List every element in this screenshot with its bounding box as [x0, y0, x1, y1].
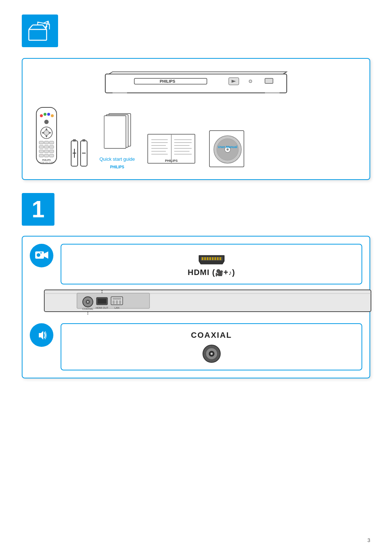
svg-rect-33 — [39, 150, 44, 153]
device-row: PHILIPS — [30, 67, 362, 98]
coaxial-label: COAXIAL — [191, 331, 232, 340]
svg-rect-27 — [39, 141, 44, 144]
accessories-row: PHILIPS BLU-RAY DISC PLAYER — [30, 106, 362, 171]
svg-rect-81 — [209, 257, 211, 260]
hdmi-label: HDMI (🎥+♪) — [188, 268, 235, 277]
svg-rect-42 — [73, 139, 76, 141]
svg-rect-99 — [116, 300, 118, 304]
disc-container: User Manual — [208, 127, 248, 171]
svg-rect-30 — [39, 145, 44, 148]
svg-point-19 — [51, 114, 54, 117]
svg-rect-46 — [82, 139, 85, 141]
svg-text:PHILIPS: PHILIPS — [160, 79, 175, 83]
svg-marker-74 — [44, 251, 48, 259]
svg-rect-85 — [220, 257, 221, 260]
svg-rect-97 — [113, 298, 121, 300]
svg-point-75 — [37, 253, 40, 257]
svg-text:COAXIAL: COAXIAL — [82, 308, 93, 310]
step-number-box: 1 — [22, 193, 54, 226]
unbox-icon — [22, 15, 58, 47]
page-number: 3 — [367, 537, 370, 543]
svg-rect-11 — [265, 78, 273, 83]
svg-text:PHILIPS: PHILIPS — [42, 159, 50, 161]
svg-rect-37 — [44, 154, 49, 157]
svg-rect-100 — [119, 300, 121, 304]
svg-text:LAN: LAN — [114, 307, 119, 309]
svg-point-18 — [47, 113, 50, 116]
svg-rect-31 — [44, 145, 49, 148]
svg-rect-50 — [104, 116, 126, 148]
hdmi-callout-box: HDMI (🎥+♪) — [61, 244, 362, 284]
qsg-container: Quick start guide PHILIPS — [99, 112, 135, 171]
box-contents-section: PHILIPS — [22, 58, 370, 180]
user-manual-container: PHILIPS — [146, 127, 197, 171]
batteries-drawing — [70, 138, 89, 171]
svg-point-108 — [211, 353, 213, 355]
svg-rect-98 — [113, 300, 115, 304]
svg-point-20 — [44, 120, 49, 124]
svg-rect-82 — [212, 257, 213, 260]
svg-rect-38 — [49, 154, 54, 157]
svg-rect-34 — [44, 150, 49, 153]
svg-line-1 — [29, 25, 33, 29]
svg-rect-32 — [49, 145, 54, 148]
device-back-panel: COAXIAL HDMI OUT LAN — [41, 288, 375, 315]
svg-text:BLU-RAY DISC PLAYER: BLU-RAY DISC PLAYER — [38, 161, 54, 163]
coaxial-callout-box: COAXIAL — [61, 323, 362, 370]
svg-rect-28 — [44, 141, 49, 144]
svg-text:HDMI OUT: HDMI OUT — [96, 307, 109, 309]
svg-rect-78 — [202, 257, 203, 260]
svg-rect-84 — [217, 257, 219, 260]
video-icon-circle — [30, 244, 53, 267]
page-container: PHILIPS — [0, 0, 392, 554]
svg-rect-77 — [201, 257, 222, 260]
remote-control-drawing: PHILIPS BLU-RAY DISC PLAYER — [33, 106, 60, 171]
svg-rect-83 — [215, 257, 216, 260]
svg-point-22 — [44, 130, 49, 135]
svg-point-12 — [249, 80, 252, 83]
qsg-text: Quick start guide PHILIPS — [99, 155, 135, 171]
svg-point-91 — [87, 301, 89, 303]
svg-point-16 — [40, 114, 43, 117]
audio-icon-circle — [30, 323, 53, 347]
step-number: 1 — [32, 198, 45, 221]
svg-rect-80 — [207, 257, 208, 260]
svg-rect-29 — [49, 141, 54, 144]
svg-rect-79 — [204, 257, 206, 260]
svg-rect-35 — [49, 150, 54, 153]
svg-point-17 — [44, 113, 46, 116]
svg-text:PHILIPS: PHILIPS — [165, 159, 177, 163]
svg-point-76 — [40, 252, 42, 254]
svg-rect-36 — [39, 154, 44, 157]
svg-rect-94 — [98, 299, 106, 304]
svg-rect-0 — [29, 29, 46, 40]
svg-text:User Manual: User Manual — [218, 145, 237, 149]
connection-section: HDMI (🎥+♪) COAXIAL — [22, 236, 370, 378]
device-drawing: PHILIPS — [76, 67, 316, 98]
